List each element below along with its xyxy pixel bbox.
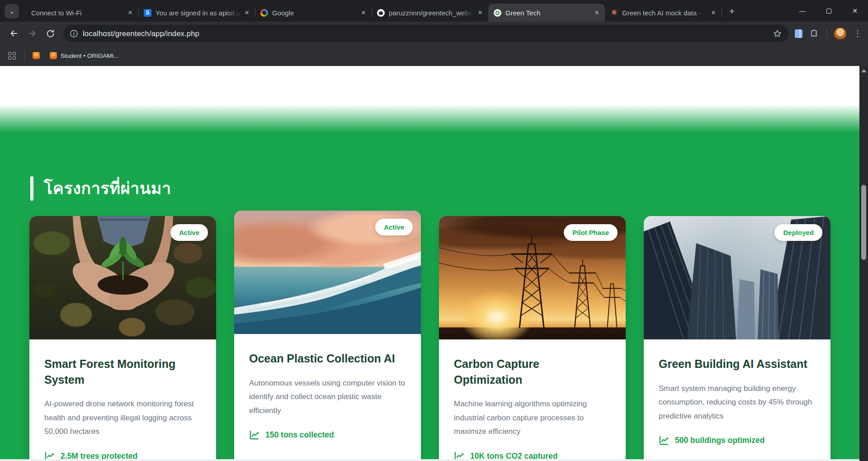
forward-button[interactable] bbox=[24, 26, 40, 41]
project-description: Machine learning algorithms optimizing i… bbox=[454, 397, 611, 439]
project-title: Smart Forest Monitoring System bbox=[44, 356, 201, 387]
site-info-icon[interactable] bbox=[70, 29, 78, 38]
close-icon[interactable]: ✕ bbox=[359, 8, 368, 17]
section-heading: โครงการที่ผ่านมา bbox=[30, 175, 171, 201]
origami-favicon-icon bbox=[50, 52, 57, 59]
project-title: Ocean Plastic Collection AI bbox=[249, 351, 406, 367]
status-badge: Active bbox=[375, 219, 413, 235]
tab-title: Google bbox=[272, 9, 359, 17]
project-description: Smart system managing building energy co… bbox=[659, 382, 816, 423]
project-card-carbon[interactable]: Pilot Phase Carbon Capture Optimization … bbox=[439, 216, 626, 461]
reload-button[interactable] bbox=[42, 26, 58, 41]
extensions-icon[interactable] bbox=[810, 29, 819, 38]
tab-green-tech-ai-mock[interactable]: ✳ Green tech AI mock data - ✕ bbox=[605, 4, 722, 22]
browser-toolbar: localhost/greentech/app/index.php ⋮ bbox=[0, 22, 868, 45]
card-body: Green Building AI Assistant Smart system… bbox=[644, 339, 830, 446]
toolbar-right-icons: ⋮ bbox=[795, 28, 862, 40]
project-stat: 150 tons collected bbox=[249, 430, 406, 440]
url-text[interactable]: localhost/greentech/app/index.php bbox=[83, 29, 773, 38]
bookmark-label: Student • ORIGAMI... bbox=[61, 52, 119, 59]
card-body: Smart Forest Monitoring System AI-powere… bbox=[29, 339, 216, 461]
project-title: Carbon Capture Optimization bbox=[454, 356, 611, 387]
heading-accent-bar bbox=[30, 176, 33, 201]
tab-title: Green Tech bbox=[505, 9, 592, 17]
tab-signed-in[interactable]: S You are signed in as apisit.a ✕ bbox=[138, 4, 255, 22]
bookmarks-bar: Student • ORIGAMI... bbox=[0, 45, 868, 66]
tab-github-repo[interactable]: paruzznnn/greentech_webs ✕ bbox=[372, 4, 488, 22]
chart-line-icon bbox=[249, 430, 259, 440]
side-panel-icon[interactable] bbox=[795, 29, 802, 38]
project-cards-row: Active Smart Forest Monitoring System AI… bbox=[29, 216, 830, 461]
tab-strip: ⌄ Connect to Wi-Fi ✕ S You are signed in… bbox=[0, 0, 868, 22]
card-body: Carbon Capture Optimization Machine lear… bbox=[439, 339, 626, 461]
origami-favicon-icon bbox=[33, 52, 40, 59]
project-stat-text: 500 buildings optimized bbox=[675, 436, 764, 445]
close-icon[interactable]: ✕ bbox=[709, 8, 718, 17]
bookmark-star-icon[interactable] bbox=[773, 29, 782, 38]
tab-title: Connect to Wi-Fi bbox=[31, 9, 126, 17]
google-favicon-icon bbox=[260, 9, 268, 17]
tab-google[interactable]: Google ✕ bbox=[255, 4, 372, 22]
chevron-down-icon: ⌄ bbox=[9, 7, 15, 15]
section-title: โครงการที่ผ่านมา bbox=[44, 175, 171, 201]
project-card-forest[interactable]: Active Smart Forest Monitoring System AI… bbox=[29, 216, 216, 461]
tab-search-button[interactable]: ⌄ bbox=[5, 4, 19, 19]
close-icon[interactable]: ✕ bbox=[126, 8, 135, 17]
tab-title: Green tech AI mock data - bbox=[622, 9, 709, 17]
reload-icon bbox=[46, 29, 55, 38]
restore-button[interactable] bbox=[816, 0, 842, 22]
project-card-building[interactable]: Deployed Green Building AI Assistant Sma… bbox=[644, 216, 830, 461]
forward-icon bbox=[27, 28, 37, 38]
chart-line-icon bbox=[659, 435, 669, 446]
close-icon[interactable]: ✕ bbox=[592, 8, 601, 17]
close-window-button[interactable]: ✕ bbox=[842, 0, 868, 22]
project-description: AI-powered drone network monitoring fore… bbox=[44, 397, 201, 439]
tab-green-tech-active[interactable]: Green Tech ✕ bbox=[488, 4, 605, 22]
profile-avatar[interactable] bbox=[834, 28, 846, 40]
toolbar-divider bbox=[826, 29, 827, 38]
project-title: Green Building AI Assistant bbox=[659, 356, 816, 372]
bookmark-item-origami-1[interactable] bbox=[33, 52, 40, 59]
status-badge: Active bbox=[170, 224, 208, 241]
scrollbar-thumb[interactable] bbox=[861, 185, 866, 260]
project-card-ocean[interactable]: Active Ocean Plastic Collection AI Auton… bbox=[234, 211, 421, 461]
minimize-button[interactable]: — bbox=[789, 0, 816, 22]
tab-title: paruzznnn/greentech_webs bbox=[389, 9, 476, 17]
bookmarks-divider bbox=[24, 51, 24, 60]
back-icon bbox=[9, 28, 19, 38]
back-button[interactable] bbox=[6, 26, 22, 41]
claude-starburst-icon: ✳ bbox=[610, 9, 618, 17]
card-body: Ocean Plastic Collection AI Autonomous v… bbox=[234, 334, 421, 440]
close-icon[interactable]: ✕ bbox=[476, 8, 485, 17]
status-badge: Pilot Phase bbox=[564, 224, 618, 241]
menu-kebab-icon[interactable]: ⋮ bbox=[854, 28, 862, 38]
apps-grid-icon[interactable] bbox=[8, 52, 16, 60]
tab-connect-to-wifi[interactable]: Connect to Wi-Fi ✕ bbox=[22, 4, 138, 22]
new-tab-button[interactable]: + bbox=[725, 5, 739, 18]
page-scrollbar[interactable] bbox=[859, 66, 868, 461]
restore-icon bbox=[826, 9, 831, 14]
greentech-favicon-icon bbox=[494, 9, 501, 17]
project-stat-text: 150 tons collected bbox=[265, 430, 334, 440]
page-viewport: โครงการที่ผ่านมา bbox=[0, 66, 859, 461]
project-description: Autonomous vessels using computer vision… bbox=[249, 376, 406, 418]
status-badge: Deployed bbox=[774, 224, 822, 241]
site-favicon-s: S bbox=[144, 9, 151, 17]
github-favicon-icon bbox=[377, 9, 385, 17]
bookmark-item-origami-student[interactable]: Student • ORIGAMI... bbox=[50, 52, 119, 59]
scrollbar-up-arrow-icon[interactable] bbox=[861, 69, 867, 72]
project-stat: 500 buildings optimized bbox=[659, 435, 816, 446]
address-bar[interactable]: localhost/greentech/app/index.php bbox=[63, 25, 788, 42]
tab-title: You are signed in as apisit.a bbox=[156, 9, 242, 17]
window-controls: — ✕ bbox=[789, 0, 868, 22]
close-icon[interactable]: ✕ bbox=[242, 8, 251, 17]
tab-separator bbox=[722, 9, 722, 17]
bottom-edge-strip bbox=[0, 459, 859, 461]
